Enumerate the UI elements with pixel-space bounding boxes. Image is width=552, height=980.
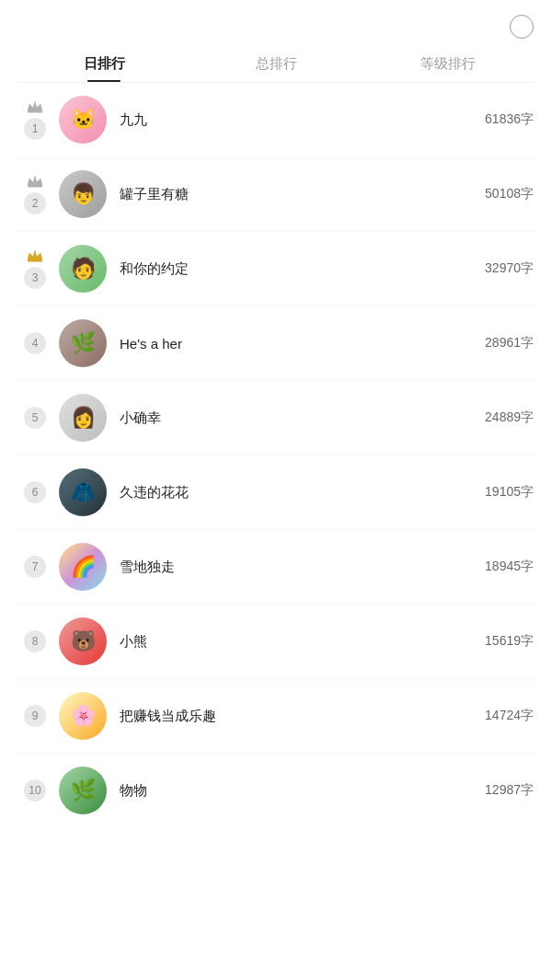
rank-badge: 2: [18, 175, 52, 214]
rank-number: 4: [24, 332, 46, 354]
rank-badge: 3: [18, 249, 52, 289]
rank-number: 9: [24, 705, 46, 727]
rank-number: 7: [24, 556, 46, 578]
tab-total[interactable]: 总排行: [190, 55, 362, 82]
avatar: 👩: [59, 394, 107, 442]
rank-number: 1: [24, 118, 46, 140]
rank-item[interactable]: 8 🐻 小熊15619字: [15, 605, 537, 679]
tab-daily[interactable]: 日排行: [18, 55, 190, 82]
user-name: 和你的约定: [120, 260, 485, 278]
user-name: 把赚钱当成乐趣: [120, 708, 485, 725]
crown-icon: [27, 249, 43, 265]
rank-badge: 4: [18, 332, 52, 354]
rank-badge: 9: [18, 705, 52, 727]
svg-rect-0: [28, 110, 42, 113]
rank-score: 28961字: [485, 335, 534, 352]
avatar: 👦: [59, 170, 107, 218]
rank-score: 15619字: [485, 633, 534, 650]
rank-number: 8: [24, 630, 46, 652]
rank-number: 5: [24, 407, 46, 429]
svg-rect-1: [28, 185, 42, 188]
user-name: He's a her: [120, 336, 485, 352]
rank-score: 32970字: [485, 260, 534, 277]
tab-bar: 日排行总排行等级排行: [18, 48, 534, 83]
rank-item[interactable]: 3 🧑 和你的约定32970字: [15, 232, 537, 306]
rank-score: 50108字: [485, 186, 534, 202]
avatar: 🧥: [59, 468, 107, 516]
avatar: 🌈: [59, 543, 107, 591]
rank-number: 10: [24, 779, 46, 801]
user-name: 九九: [120, 111, 485, 129]
rank-item[interactable]: 1 🐱 九九61836字: [15, 83, 537, 157]
rank-number: 3: [24, 267, 46, 289]
avatar: 🧑: [59, 245, 107, 293]
rank-score: 12987字: [485, 782, 534, 799]
avatar: 🌿: [59, 319, 107, 367]
info-button[interactable]: [510, 15, 534, 39]
rank-badge: 1: [18, 100, 52, 140]
tab-level[interactable]: 等级排行: [362, 55, 534, 82]
rank-item[interactable]: 6 🧥 久违的花花19105字: [15, 455, 537, 530]
rank-badge: 5: [18, 407, 52, 429]
rank-score: 61836字: [485, 111, 534, 128]
rank-number: 2: [24, 192, 46, 214]
rank-score: 24889字: [485, 409, 534, 426]
rank-list: 1 🐱 九九61836字 2 👦 罐子里有糖50108字 3 🧑 和你的约定32…: [0, 83, 552, 827]
avatar: 🐱: [59, 96, 107, 144]
rank-item[interactable]: 10 🌿 物物12987字: [15, 754, 537, 827]
svg-rect-2: [28, 259, 42, 262]
avatar: 🌸: [59, 692, 107, 740]
rank-item[interactable]: 7 🌈 雪地独走18945字: [15, 530, 537, 605]
rank-item[interactable]: 2 👦 罐子里有糖50108字: [15, 157, 537, 232]
user-name: 物物: [120, 782, 485, 800]
rank-badge: 6: [18, 481, 52, 503]
header: [0, 0, 552, 48]
rank-score: 14724字: [485, 708, 534, 724]
rank-item[interactable]: 5 👩 小确幸24889字: [15, 381, 537, 455]
crown-icon: [27, 100, 43, 116]
crown-icon: [27, 175, 43, 190]
rank-badge: 8: [18, 630, 52, 652]
user-name: 罐子里有糖: [120, 186, 485, 203]
rank-number: 6: [24, 481, 46, 503]
user-name: 久违的花花: [120, 484, 485, 502]
avatar: 🐻: [59, 617, 107, 665]
rank-score: 19105字: [485, 484, 534, 501]
rank-item[interactable]: 9 🌸 把赚钱当成乐趣14724字: [15, 679, 537, 754]
rank-badge: 7: [18, 556, 52, 578]
user-name: 小熊: [120, 633, 485, 651]
rank-item[interactable]: 4 🌿 He's a her28961字: [15, 306, 537, 381]
rank-score: 18945字: [485, 559, 534, 575]
user-name: 小确幸: [120, 409, 485, 427]
avatar: 🌿: [59, 767, 107, 814]
rank-badge: 10: [18, 779, 52, 801]
user-name: 雪地独走: [120, 559, 485, 576]
